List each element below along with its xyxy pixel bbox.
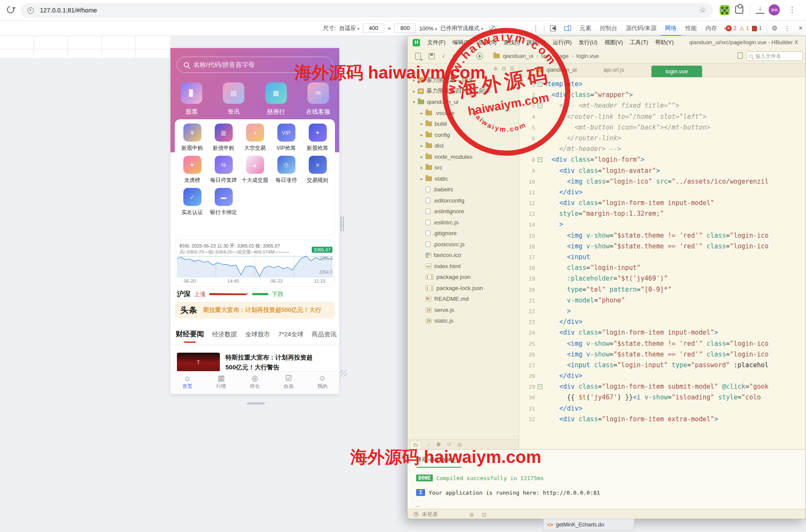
code-line[interactable]: 18 class="login-input": [519, 263, 806, 273]
grid-item-新股申购[interactable]: ¥新股申购: [176, 124, 208, 152]
device-resize-handle-bottom[interactable]: [247, 402, 265, 405]
code-line[interactable]: 15 <img v-show="$state.theme != 'red'" c…: [519, 230, 806, 241]
chrome-menu-icon[interactable]: ⋮: [788, 5, 796, 14]
index-chart-card[interactable]: 时间: 2025-06-23 11:30 开: 3365.01 收: 3365.…: [175, 239, 335, 287]
tree-item-index.html[interactable]: <>index.html: [408, 261, 519, 272]
nav-item-行情[interactable]: ▥行情: [204, 372, 238, 394]
grid-item-银行卡绑定[interactable]: ▬银行卡绑定: [208, 188, 239, 216]
code-line[interactable]: 8 <div class="login-form">: [519, 154, 806, 165]
code-line[interactable]: 32 <div class="login-form-item extra-mod…: [519, 414, 806, 425]
grid-item-VIP抢筹[interactable]: VIPVIP抢筹: [271, 124, 302, 152]
menu-item[interactable]: 视图(V): [601, 36, 626, 49]
news-tab-全球股市[interactable]: 全球股市: [245, 330, 270, 344]
grid-item-新股抢筹[interactable]: ✦新股抢筹: [302, 124, 333, 152]
grid-item-十大成交股[interactable]: ▲十大成交股: [239, 156, 271, 184]
category-股票[interactable]: ▊股票: [170, 82, 213, 116]
extension-icon[interactable]: [720, 5, 730, 15]
devtools-tab-性能[interactable]: 性能: [681, 21, 701, 36]
code-line[interactable]: 19 :placeholder="$t('jy469')": [519, 273, 806, 284]
tree-item-.postcssrc.js[interactable]: .postcssrc.js: [408, 239, 519, 250]
category-在线客服[interactable]: ✉在线客服: [297, 82, 339, 116]
code-line[interactable]: 20 type="tel" pattern="[0-9]*": [519, 284, 806, 295]
tree-item-.babelrc[interactable]: .babelrc: [408, 184, 519, 195]
code-line[interactable]: 11 </div>: [519, 187, 806, 198]
reload-icon[interactable]: [6, 5, 16, 15]
device-height-input[interactable]: 800: [394, 24, 416, 33]
nav-item-首页[interactable]: ⌂首页: [170, 372, 204, 394]
code-line[interactable]: 14 >: [519, 219, 806, 230]
grid-item-交易规则[interactable]: ≡交易规则: [302, 156, 333, 184]
code-line[interactable]: 9 <div class="login-avatar">: [519, 166, 806, 176]
code-line[interactable]: 22 >: [519, 306, 806, 317]
code-line[interactable]: 21 v-model="phone": [519, 295, 806, 306]
devtools-menu-icon[interactable]: ⋮: [781, 24, 794, 32]
code-line[interactable]: 23 </div>: [519, 317, 806, 327]
menu-item[interactable]: 帮助(Y): [651, 36, 677, 49]
news-tab-7*24全球[interactable]: 7*24全球: [278, 330, 304, 344]
device-resize-handle-right[interactable]: [341, 217, 344, 231]
tree-item-package.json[interactable]: [ ]package.json: [408, 272, 519, 283]
tab-api-url-js[interactable]: api.url.js: [603, 66, 624, 73]
code-line[interactable]: 16 <img v-show="$state.theme == 'red'" c…: [519, 241, 806, 252]
grid-item-新债申购[interactable]: ▥新债申购: [208, 124, 239, 152]
url-text[interactable]: 127.0.0.1:81/#/home: [40, 7, 97, 14]
terminal-cursor[interactable]: _: [416, 500, 420, 507]
tree-item-README.md[interactable]: M!README.md: [408, 293, 519, 305]
warning-icon[interactable]: ⚠: [739, 25, 745, 32]
category-资讯[interactable]: ▤资讯: [213, 82, 255, 116]
login-status[interactable]: 未登录: [422, 511, 438, 518]
news-tab-经济数据[interactable]: 经济数据: [212, 330, 237, 344]
device-mode-icon[interactable]: [564, 25, 571, 32]
news-list-item[interactable]: T 特斯拉重大宣布：计划再投资超 500亿元！大行警告: [177, 353, 334, 372]
close-devtools-icon[interactable]: ×: [797, 24, 804, 32]
code-line[interactable]: 10 <img class="login-ico" src="../assets…: [519, 176, 806, 187]
tree-item-.gitignore[interactable]: .gitignore: [408, 228, 519, 239]
tree-item-.eslintignore[interactable]: .eslintignore: [408, 206, 519, 217]
tree-item-static[interactable]: ▸static: [408, 173, 519, 184]
nav-item-自选[interactable]: ☑自选: [272, 372, 306, 394]
code-line[interactable]: 29 <div class="login-form-item submit-mo…: [519, 381, 806, 392]
headline-banner[interactable]: 头条 斯拉重大宣布：计划再投资超500亿元！大行: [175, 302, 335, 319]
site-info-icon[interactable]: [27, 7, 34, 14]
news-tab-财经要闻[interactable]: 财经要闻: [176, 330, 204, 343]
grid-item-每日停复牌[interactable]: %每日停复牌: [208, 156, 239, 184]
device-width-input[interactable]: 400: [363, 24, 384, 33]
tree-item-.eslintrc.js[interactable]: .eslintrc.js: [408, 217, 519, 228]
code-line[interactable]: 30 {{ $t('jy467') }}<i v-show="isloading…: [519, 392, 806, 403]
grid-item-大宗交易[interactable]: ◑大宗交易: [239, 124, 271, 152]
tree-item-.editorconfig[interactable]: .editorconfig: [408, 195, 519, 206]
device-resize-handle-corner[interactable]: [340, 370, 347, 377]
downloads-icon[interactable]: ↓: [756, 4, 764, 14]
tree-item-favicon.ico[interactable]: favicon.ico: [408, 250, 519, 261]
extensions-puzzle-icon[interactable]: [735, 6, 743, 14]
news-tab-商品资讯[interactable]: 商品资讯: [312, 330, 337, 344]
issues-icon[interactable]: [752, 26, 757, 31]
goto-file-icon[interactable]: [738, 52, 743, 59]
tree-item-package-lock.json[interactable]: [ ]package-lock.json: [408, 283, 519, 294]
settings-gear-icon[interactable]: ⚙: [772, 24, 777, 32]
code-line[interactable]: 17 <input: [519, 252, 806, 263]
code-line[interactable]: 31 </div>: [519, 403, 806, 414]
url-bar[interactable]: 127.0.0.1:81/#/home ☆: [21, 3, 713, 18]
menu-item[interactable]: 发行(U): [575, 36, 601, 49]
grid-item-实名认证[interactable]: ✓实名认证: [176, 188, 208, 216]
nav-item-持仓[interactable]: ◎持仓: [238, 372, 272, 394]
code-line[interactable]: 12 <div class="login-form-item input-mod…: [519, 198, 806, 209]
tab-login-vue[interactable]: login.vue: [651, 66, 702, 77]
code-line[interactable]: 24 <div class="login-form-item input-mod…: [519, 327, 806, 338]
category-慈善行[interactable]: ▦慈善行: [255, 82, 297, 116]
breadcrumb-item[interactable]: login.vue: [576, 53, 599, 59]
code-line[interactable]: 28 </div>: [519, 371, 806, 381]
error-icon[interactable]: ✕: [726, 25, 732, 31]
devtools-tab-源代码/来源[interactable]: 源代码/来源: [622, 21, 661, 36]
devtools-tab-内存[interactable]: 内存: [701, 21, 721, 36]
devtools-tab-控制台[interactable]: 控制台: [596, 21, 622, 36]
code-line[interactable]: 13 style="margin-top:1.32rem;": [519, 209, 806, 219]
statusbar-icons[interactable]: ≣⊡: [469, 511, 487, 518]
zoom-dropdown[interactable]: 100% ▾: [419, 25, 437, 32]
tree-item-static.js[interactable]: JSstatic.js: [408, 315, 519, 326]
nav-item-我的[interactable]: ☺我的: [305, 372, 339, 394]
grid-item-龙虎榜[interactable]: ♥龙虎榜: [176, 156, 208, 184]
devtools-tab-元素[interactable]: 元素: [575, 21, 596, 36]
resource-popup[interactable]: <> getMinK_Echarts.do: [543, 519, 634, 531]
